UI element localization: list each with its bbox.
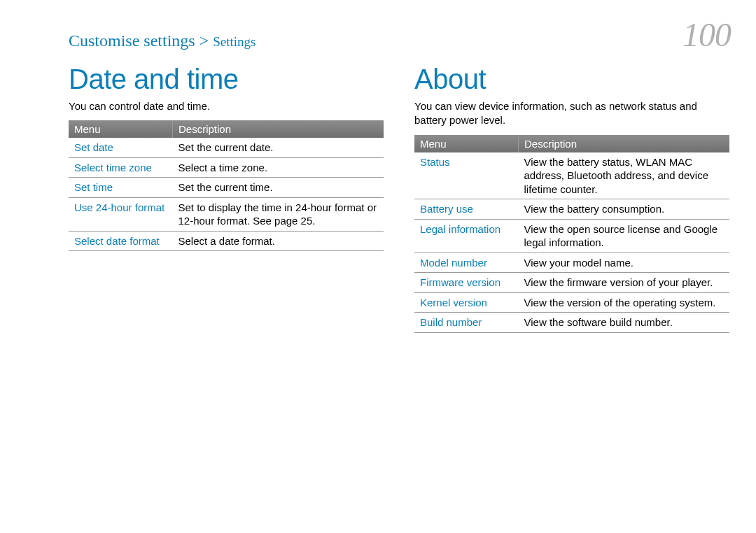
- menu-item: Firmware version: [414, 273, 519, 293]
- table-row: Firmware version View the firmware versi…: [414, 273, 729, 293]
- table-row: Use 24-hour format Set to display the ti…: [69, 197, 384, 231]
- section-desc-date-time: You can control date and time.: [69, 99, 384, 113]
- menu-item: Select time zone: [69, 157, 173, 178]
- left-column: Date and time You can control date and t…: [69, 64, 384, 333]
- about-table: Menu Description Status View the battery…: [414, 135, 729, 333]
- table-row: Set date Set the current date.: [69, 138, 384, 157]
- desc-item: Set the current date.: [173, 138, 384, 157]
- table-head-menu: Menu: [414, 135, 519, 152]
- menu-item: Build number: [414, 313, 519, 333]
- table-head-desc: Description: [519, 135, 730, 152]
- desc-item: View the battery status, WLAN MAC addres…: [519, 152, 730, 199]
- table-row: Set time Set the current time.: [69, 178, 384, 198]
- breadcrumb-sub: Settings: [213, 34, 255, 49]
- menu-item: Set date: [69, 138, 173, 157]
- table-row: Select date format Select a date format.: [69, 231, 384, 251]
- desc-item: View the version of the operating system…: [519, 292, 730, 313]
- table-head-menu: Menu: [69, 120, 173, 138]
- menu-item: Model number: [414, 253, 519, 273]
- desc-item: View the open source license and Google …: [519, 219, 730, 253]
- breadcrumb-main: Customise settings >: [69, 31, 209, 50]
- menu-item: Battery use: [414, 199, 519, 220]
- table-row: Battery use View the battery consumption…: [414, 199, 729, 220]
- section-title-date-time: Date and time: [69, 64, 384, 95]
- desc-item: Set the current time.: [173, 178, 384, 198]
- date-time-table: Menu Description Set date Set the curren…: [69, 120, 384, 251]
- right-column: About You can view device information, s…: [414, 64, 729, 333]
- table-row: Build number View the software build num…: [414, 313, 729, 333]
- desc-item: Set to display the time in 24-hour forma…: [173, 197, 384, 231]
- section-title-about: About: [414, 64, 729, 95]
- menu-item: Legal information: [414, 219, 519, 253]
- desc-item: Select a time zone.: [173, 157, 384, 178]
- desc-item: Select a date format.: [173, 231, 384, 251]
- desc-item: View your model name.: [519, 253, 730, 273]
- menu-item: Kernel version: [414, 292, 519, 313]
- desc-item: View the firmware version of your player…: [519, 273, 730, 293]
- menu-item: Set time: [69, 178, 173, 198]
- table-row: Select time zone Select a time zone.: [69, 157, 384, 178]
- menu-item: Select date format: [69, 231, 173, 251]
- menu-item: Use 24-hour format: [69, 197, 173, 231]
- table-row: Model number View your model name.: [414, 253, 729, 273]
- desc-item: View the software build number.: [519, 313, 730, 333]
- section-desc-about: You can view device information, such as…: [414, 99, 729, 128]
- desc-item: View the battery consumption.: [519, 199, 730, 220]
- page-number: 100: [682, 15, 731, 54]
- table-head-desc: Description: [173, 120, 384, 138]
- table-row: Kernel version View the version of the o…: [414, 292, 729, 313]
- breadcrumb: Customise settings > Settings: [69, 31, 255, 50]
- menu-item: Status: [414, 152, 519, 199]
- table-row: Status View the battery status, WLAN MAC…: [414, 152, 729, 199]
- table-row: Legal information View the open source l…: [414, 219, 729, 253]
